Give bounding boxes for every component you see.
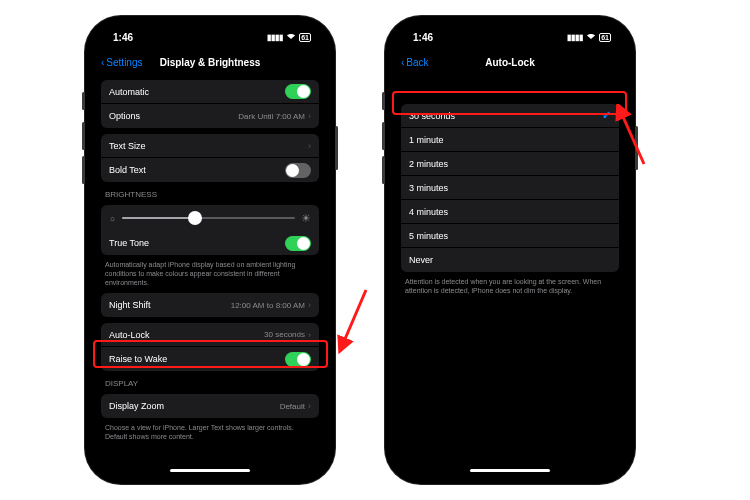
- row-display-zoom[interactable]: Display Zoom Default ›: [101, 394, 319, 418]
- row-label: Automatic: [109, 87, 149, 97]
- option-label: 3 minutes: [409, 183, 448, 193]
- notch: [160, 24, 260, 40]
- phone-left: 1:46 ▮▮▮▮ 61 ‹ Settings Display & Bright…: [85, 16, 335, 484]
- section-header-brightness: BRIGHTNESS: [105, 190, 315, 199]
- row-raise-to-wake[interactable]: Raise to Wake: [101, 347, 319, 371]
- autolock-option[interactable]: Never: [401, 248, 619, 272]
- brightness-slider[interactable]: [122, 217, 295, 219]
- row-label: Text Size: [109, 141, 146, 151]
- row-true-tone[interactable]: True Tone: [101, 231, 319, 255]
- home-indicator[interactable]: [170, 469, 250, 472]
- autolock-option[interactable]: 1 minute: [401, 128, 619, 152]
- toggle-bold-text[interactable]: [285, 163, 311, 178]
- home-indicator[interactable]: [470, 469, 550, 472]
- row-value: 30 seconds: [264, 330, 305, 339]
- option-label: 2 minutes: [409, 159, 448, 169]
- chevron-right-icon: ›: [308, 141, 311, 151]
- wifi-icon: [286, 32, 296, 42]
- row-label: True Tone: [109, 238, 149, 248]
- sun-min-icon: ☼: [109, 214, 116, 223]
- toggle-raise-to-wake[interactable]: [285, 352, 311, 367]
- chevron-right-icon: ›: [308, 300, 311, 310]
- row-options[interactable]: Options Dark Until 7:00 AM ›: [101, 104, 319, 128]
- autolock-option[interactable]: 4 minutes: [401, 200, 619, 224]
- status-indicators: ▮▮▮▮ 61: [567, 32, 611, 42]
- notch: [460, 24, 560, 40]
- row-value: Dark Until 7:00 AM: [238, 112, 305, 121]
- row-auto-lock[interactable]: Auto-Lock 30 seconds ›: [101, 323, 319, 347]
- row-label: Options: [109, 111, 140, 121]
- toggle-true-tone[interactable]: [285, 236, 311, 251]
- volume-up-button[interactable]: [382, 122, 385, 150]
- status-time: 1:46: [113, 32, 133, 43]
- page-title: Display & Brightness: [93, 57, 327, 68]
- row-automatic[interactable]: Automatic: [101, 80, 319, 104]
- row-bold-text[interactable]: Bold Text: [101, 158, 319, 182]
- volume-up-button[interactable]: [82, 122, 85, 150]
- row-value: 12:00 AM to 8:00 AM: [231, 301, 305, 310]
- section-footer-attention: Attention is detected when you are looki…: [405, 278, 615, 296]
- row-text-size[interactable]: Text Size ›: [101, 134, 319, 158]
- row-label: Night Shift: [109, 300, 151, 310]
- option-label: 30 seconds: [409, 111, 455, 121]
- signal-icon: ▮▮▮▮: [567, 33, 583, 42]
- row-value: Default: [280, 402, 305, 411]
- option-label: 5 minutes: [409, 231, 448, 241]
- status-time: 1:46: [413, 32, 433, 43]
- section-header-display: DISPLAY: [105, 379, 315, 388]
- nav-bar: ‹ Back Auto-Lock: [393, 50, 627, 74]
- volume-down-button[interactable]: [82, 156, 85, 184]
- row-label: Display Zoom: [109, 401, 164, 411]
- row-label: Raise to Wake: [109, 354, 167, 364]
- autolock-option[interactable]: 3 minutes: [401, 176, 619, 200]
- chevron-right-icon: ›: [308, 111, 311, 121]
- option-label: 4 minutes: [409, 207, 448, 217]
- row-label: Auto-Lock: [109, 330, 150, 340]
- section-footer-display-zoom: Choose a view for iPhone. Larger Text sh…: [105, 424, 315, 442]
- row-brightness-slider[interactable]: ☼ ☀: [101, 205, 319, 231]
- option-label: 1 minute: [409, 135, 444, 145]
- autolock-option[interactable]: 30 seconds✓: [401, 104, 619, 128]
- row-label: Bold Text: [109, 165, 146, 175]
- battery-icon: 61: [299, 33, 311, 42]
- autolock-option[interactable]: 5 minutes: [401, 224, 619, 248]
- chevron-right-icon: ›: [308, 401, 311, 411]
- sun-max-icon: ☀: [301, 212, 311, 225]
- section-footer-true-tone: Automatically adapt iPhone display based…: [105, 261, 315, 287]
- row-night-shift[interactable]: Night Shift 12:00 AM to 8:00 AM ›: [101, 293, 319, 317]
- mute-switch[interactable]: [82, 92, 85, 110]
- battery-icon: 61: [599, 33, 611, 42]
- autolock-option[interactable]: 2 minutes: [401, 152, 619, 176]
- toggle-automatic[interactable]: [285, 84, 311, 99]
- nav-bar: ‹ Settings Display & Brightness: [93, 50, 327, 74]
- side-button[interactable]: [635, 126, 638, 170]
- volume-down-button[interactable]: [382, 156, 385, 184]
- wifi-icon: [586, 32, 596, 42]
- mute-switch[interactable]: [382, 92, 385, 110]
- autolock-list[interactable]: 30 seconds✓1 minute2 minutes3 minutes4 m…: [393, 74, 627, 476]
- phone-right: 1:46 ▮▮▮▮ 61 ‹ Back Auto-Lock 30 se: [385, 16, 635, 484]
- settings-list[interactable]: Automatic Options Dark Until 7:00 AM › T…: [93, 74, 327, 476]
- status-indicators: ▮▮▮▮ 61: [267, 32, 311, 42]
- side-button[interactable]: [335, 126, 338, 170]
- page-title: Auto-Lock: [393, 57, 627, 68]
- option-label: Never: [409, 255, 433, 265]
- check-icon: ✓: [602, 109, 611, 122]
- chevron-right-icon: ›: [308, 330, 311, 340]
- signal-icon: ▮▮▮▮: [267, 33, 283, 42]
